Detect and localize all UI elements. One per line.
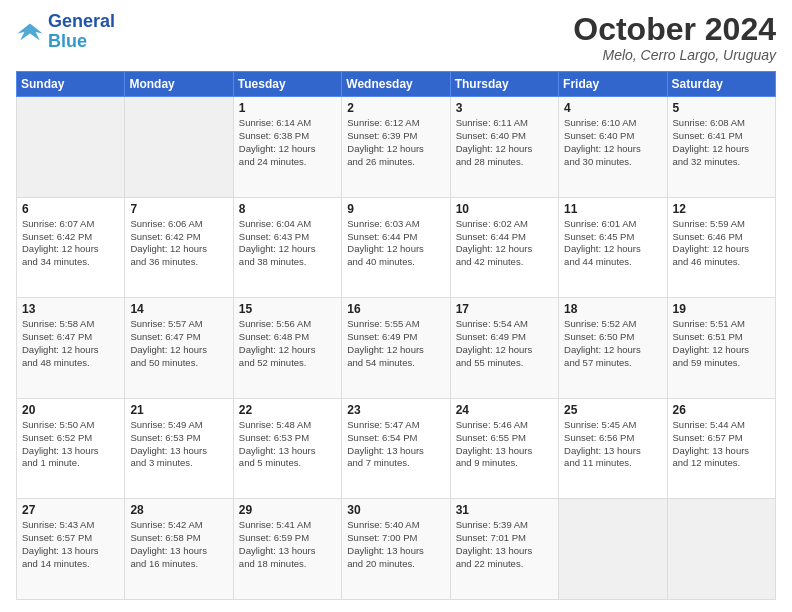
- table-row: 30Sunrise: 5:40 AMSunset: 7:00 PMDayligh…: [342, 499, 450, 600]
- table-row: [17, 97, 125, 198]
- day-info: Sunrise: 5:48 AMSunset: 6:53 PMDaylight:…: [239, 419, 336, 470]
- day-info: Sunrise: 6:11 AMSunset: 6:40 PMDaylight:…: [456, 117, 553, 168]
- table-row: 17Sunrise: 5:54 AMSunset: 6:49 PMDayligh…: [450, 298, 558, 399]
- table-row: 5Sunrise: 6:08 AMSunset: 6:41 PMDaylight…: [667, 97, 775, 198]
- day-number: 20: [22, 403, 119, 417]
- day-info: Sunrise: 5:58 AMSunset: 6:47 PMDaylight:…: [22, 318, 119, 369]
- day-number: 18: [564, 302, 661, 316]
- table-row: 31Sunrise: 5:39 AMSunset: 7:01 PMDayligh…: [450, 499, 558, 600]
- day-number: 24: [456, 403, 553, 417]
- day-info: Sunrise: 6:12 AMSunset: 6:39 PMDaylight:…: [347, 117, 444, 168]
- calendar-week-row: 20Sunrise: 5:50 AMSunset: 6:52 PMDayligh…: [17, 398, 776, 499]
- day-info: Sunrise: 5:56 AMSunset: 6:48 PMDaylight:…: [239, 318, 336, 369]
- calendar-table: Sunday Monday Tuesday Wednesday Thursday…: [16, 71, 776, 600]
- day-info: Sunrise: 5:54 AMSunset: 6:49 PMDaylight:…: [456, 318, 553, 369]
- day-info: Sunrise: 5:40 AMSunset: 7:00 PMDaylight:…: [347, 519, 444, 570]
- table-row: 1Sunrise: 6:14 AMSunset: 6:38 PMDaylight…: [233, 97, 341, 198]
- day-number: 6: [22, 202, 119, 216]
- day-number: 17: [456, 302, 553, 316]
- col-monday: Monday: [125, 72, 233, 97]
- month-title: October 2024: [573, 12, 776, 47]
- day-info: Sunrise: 5:47 AMSunset: 6:54 PMDaylight:…: [347, 419, 444, 470]
- table-row: 21Sunrise: 5:49 AMSunset: 6:53 PMDayligh…: [125, 398, 233, 499]
- day-number: 22: [239, 403, 336, 417]
- day-info: Sunrise: 6:02 AMSunset: 6:44 PMDaylight:…: [456, 218, 553, 269]
- calendar-week-row: 27Sunrise: 5:43 AMSunset: 6:57 PMDayligh…: [17, 499, 776, 600]
- calendar-week-row: 13Sunrise: 5:58 AMSunset: 6:47 PMDayligh…: [17, 298, 776, 399]
- day-number: 7: [130, 202, 227, 216]
- calendar-week-row: 1Sunrise: 6:14 AMSunset: 6:38 PMDaylight…: [17, 97, 776, 198]
- table-row: 24Sunrise: 5:46 AMSunset: 6:55 PMDayligh…: [450, 398, 558, 499]
- table-row: 29Sunrise: 5:41 AMSunset: 6:59 PMDayligh…: [233, 499, 341, 600]
- day-info: Sunrise: 6:01 AMSunset: 6:45 PMDaylight:…: [564, 218, 661, 269]
- day-info: Sunrise: 5:42 AMSunset: 6:58 PMDaylight:…: [130, 519, 227, 570]
- day-number: 30: [347, 503, 444, 517]
- day-number: 14: [130, 302, 227, 316]
- day-info: Sunrise: 5:44 AMSunset: 6:57 PMDaylight:…: [673, 419, 770, 470]
- table-row: 16Sunrise: 5:55 AMSunset: 6:49 PMDayligh…: [342, 298, 450, 399]
- day-info: Sunrise: 5:45 AMSunset: 6:56 PMDaylight:…: [564, 419, 661, 470]
- day-number: 10: [456, 202, 553, 216]
- logo-icon: [16, 18, 44, 46]
- day-number: 23: [347, 403, 444, 417]
- table-row: 26Sunrise: 5:44 AMSunset: 6:57 PMDayligh…: [667, 398, 775, 499]
- logo-text-line2: Blue: [48, 32, 115, 52]
- table-row: 3Sunrise: 6:11 AMSunset: 6:40 PMDaylight…: [450, 97, 558, 198]
- page: General Blue October 2024 Melo, Cerro La…: [0, 0, 792, 612]
- table-row: 18Sunrise: 5:52 AMSunset: 6:50 PMDayligh…: [559, 298, 667, 399]
- table-row: 2Sunrise: 6:12 AMSunset: 6:39 PMDaylight…: [342, 97, 450, 198]
- table-row: 4Sunrise: 6:10 AMSunset: 6:40 PMDaylight…: [559, 97, 667, 198]
- day-info: Sunrise: 6:10 AMSunset: 6:40 PMDaylight:…: [564, 117, 661, 168]
- day-number: 28: [130, 503, 227, 517]
- day-number: 25: [564, 403, 661, 417]
- location: Melo, Cerro Largo, Uruguay: [573, 47, 776, 63]
- table-row: 13Sunrise: 5:58 AMSunset: 6:47 PMDayligh…: [17, 298, 125, 399]
- day-info: Sunrise: 6:07 AMSunset: 6:42 PMDaylight:…: [22, 218, 119, 269]
- day-number: 4: [564, 101, 661, 115]
- day-info: Sunrise: 5:39 AMSunset: 7:01 PMDaylight:…: [456, 519, 553, 570]
- table-row: 10Sunrise: 6:02 AMSunset: 6:44 PMDayligh…: [450, 197, 558, 298]
- day-info: Sunrise: 5:43 AMSunset: 6:57 PMDaylight:…: [22, 519, 119, 570]
- day-number: 21: [130, 403, 227, 417]
- title-block: October 2024 Melo, Cerro Largo, Uruguay: [573, 12, 776, 63]
- day-number: 19: [673, 302, 770, 316]
- table-row: 15Sunrise: 5:56 AMSunset: 6:48 PMDayligh…: [233, 298, 341, 399]
- day-number: 29: [239, 503, 336, 517]
- day-number: 31: [456, 503, 553, 517]
- table-row: 6Sunrise: 6:07 AMSunset: 6:42 PMDaylight…: [17, 197, 125, 298]
- table-row: 27Sunrise: 5:43 AMSunset: 6:57 PMDayligh…: [17, 499, 125, 600]
- col-thursday: Thursday: [450, 72, 558, 97]
- day-info: Sunrise: 5:57 AMSunset: 6:47 PMDaylight:…: [130, 318, 227, 369]
- day-info: Sunrise: 5:50 AMSunset: 6:52 PMDaylight:…: [22, 419, 119, 470]
- header: General Blue October 2024 Melo, Cerro La…: [16, 12, 776, 63]
- day-number: 13: [22, 302, 119, 316]
- day-number: 27: [22, 503, 119, 517]
- col-sunday: Sunday: [17, 72, 125, 97]
- svg-marker-0: [17, 23, 42, 40]
- table-row: [667, 499, 775, 600]
- table-row: 23Sunrise: 5:47 AMSunset: 6:54 PMDayligh…: [342, 398, 450, 499]
- logo-text-line1: General: [48, 12, 115, 32]
- day-info: Sunrise: 6:03 AMSunset: 6:44 PMDaylight:…: [347, 218, 444, 269]
- col-saturday: Saturday: [667, 72, 775, 97]
- day-info: Sunrise: 6:08 AMSunset: 6:41 PMDaylight:…: [673, 117, 770, 168]
- table-row: 11Sunrise: 6:01 AMSunset: 6:45 PMDayligh…: [559, 197, 667, 298]
- table-row: 12Sunrise: 5:59 AMSunset: 6:46 PMDayligh…: [667, 197, 775, 298]
- day-number: 11: [564, 202, 661, 216]
- col-wednesday: Wednesday: [342, 72, 450, 97]
- day-info: Sunrise: 5:59 AMSunset: 6:46 PMDaylight:…: [673, 218, 770, 269]
- table-row: [559, 499, 667, 600]
- day-info: Sunrise: 6:14 AMSunset: 6:38 PMDaylight:…: [239, 117, 336, 168]
- col-tuesday: Tuesday: [233, 72, 341, 97]
- day-number: 15: [239, 302, 336, 316]
- day-info: Sunrise: 5:55 AMSunset: 6:49 PMDaylight:…: [347, 318, 444, 369]
- day-info: Sunrise: 5:49 AMSunset: 6:53 PMDaylight:…: [130, 419, 227, 470]
- day-number: 2: [347, 101, 444, 115]
- calendar-header-row: Sunday Monday Tuesday Wednesday Thursday…: [17, 72, 776, 97]
- table-row: 7Sunrise: 6:06 AMSunset: 6:42 PMDaylight…: [125, 197, 233, 298]
- logo: General Blue: [16, 12, 115, 52]
- day-number: 8: [239, 202, 336, 216]
- table-row: 22Sunrise: 5:48 AMSunset: 6:53 PMDayligh…: [233, 398, 341, 499]
- calendar-week-row: 6Sunrise: 6:07 AMSunset: 6:42 PMDaylight…: [17, 197, 776, 298]
- table-row: 20Sunrise: 5:50 AMSunset: 6:52 PMDayligh…: [17, 398, 125, 499]
